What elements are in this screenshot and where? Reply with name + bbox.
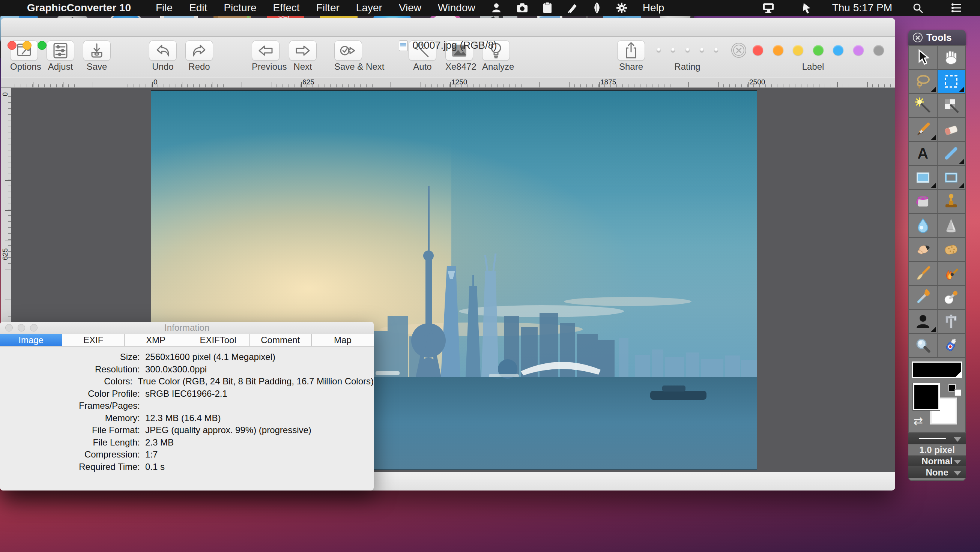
display-status-icon[interactable] (762, 3, 775, 13)
information-rows: Size:2560x1600 pixel (4.1 Megapixel) Res… (0, 346, 374, 473)
portrait-tool[interactable] (909, 310, 937, 333)
outline-rect-tool[interactable] (938, 166, 966, 189)
person-menu-icon[interactable] (491, 3, 502, 13)
menu-filter[interactable]: Filter (316, 2, 340, 14)
horizontal-ruler: 0 625 1250 1875 2500 (1, 78, 895, 88)
spotlight-icon[interactable] (912, 3, 923, 13)
undo-label: Undo (149, 62, 177, 72)
share-label: Share (617, 62, 645, 72)
smudge-finger-tool[interactable] (909, 238, 937, 261)
pointer-status-icon[interactable] (802, 2, 812, 14)
info-row-memory: Memory:12.3 MB (16.4 MB) (0, 412, 374, 425)
measure-caliper-tool[interactable] (938, 310, 966, 333)
tab-comment[interactable]: Comment (250, 334, 312, 346)
tools-palette: Tools A ⇄ (908, 30, 966, 482)
options-label: Options (10, 62, 38, 72)
chevron-down-icon (954, 437, 961, 442)
move-tool[interactable] (909, 46, 937, 69)
info-row-resolution: Resolution:300.0x300.0ppi (0, 363, 374, 376)
info-close-button[interactable] (5, 324, 13, 332)
hruler-1875: 1875 (600, 78, 616, 86)
app-menu-title[interactable]: GraphicConverter 10 (27, 2, 131, 14)
color-section: ⇄ (908, 358, 966, 433)
swap-colors-icon[interactable]: ⇄ (913, 414, 923, 428)
info-minimize-button[interactable] (18, 324, 25, 332)
filled-rect-tool[interactable] (909, 166, 937, 189)
paintbrush-tool[interactable] (909, 118, 937, 141)
blend-mode-dropdown[interactable]: Normal (908, 455, 966, 466)
transparent-wand-tool[interactable] (938, 94, 966, 117)
menu-window[interactable]: Window (438, 2, 476, 14)
tab-xmp[interactable]: XMP (124, 334, 187, 346)
information-title-bar[interactable]: Information (0, 322, 374, 334)
tab-exif[interactable]: EXIF (62, 334, 124, 346)
info-row-frames-pages: Frames/Pages: (0, 400, 374, 412)
save-label: Save (83, 62, 111, 72)
rating-label: Rating (673, 62, 701, 72)
menu-effect[interactable]: Effect (273, 2, 300, 14)
brush-preview-swatch[interactable] (912, 362, 962, 378)
previous-label: Previous (252, 62, 280, 72)
sponge-tool[interactable] (938, 238, 966, 261)
vruler-625: 625 (1, 248, 10, 260)
info-row-color-profile: Color Profile:sRGB IEC61966-2.1 (0, 388, 374, 400)
retouch-dropper-tool[interactable] (938, 286, 966, 309)
text-tool[interactable]: A (909, 142, 937, 165)
line-tool[interactable] (938, 142, 966, 165)
analyze-label: Analyze (482, 62, 510, 72)
dust-brush-tool[interactable] (909, 262, 937, 285)
info-row-compression: Compression:1:7 (0, 449, 374, 461)
document-icon (399, 41, 408, 51)
tab-map[interactable]: Map (312, 334, 374, 346)
tab-image[interactable]: Image (0, 334, 62, 346)
chevron-down-icon (954, 460, 961, 464)
stamp-tool[interactable] (938, 190, 966, 213)
eraser-tool[interactable] (938, 118, 966, 141)
effect-dropdown[interactable]: None (908, 466, 966, 478)
line-style-dropdown[interactable] (908, 433, 966, 444)
notification-center-icon[interactable] (951, 3, 962, 13)
glue-bottle-tool[interactable] (938, 334, 966, 357)
menu-layer[interactable]: Layer (356, 2, 382, 14)
camera-menu-icon[interactable] (517, 3, 528, 13)
chevron-down-icon (954, 471, 961, 476)
info-row-file-format: File Format:JPEG (quality approx. 99%) (… (0, 424, 374, 436)
paint-bucket-tool[interactable] (909, 190, 937, 213)
tools-palette-footer (908, 478, 966, 481)
knife-menu-icon[interactable] (592, 2, 601, 14)
hruler-2500: 2500 (749, 78, 765, 86)
menu-picture[interactable]: Picture (224, 2, 256, 14)
information-window: Information Image EXIF XMP EXIFTool Comm… (0, 322, 374, 490)
foreground-color-swatch[interactable] (913, 383, 940, 410)
magic-wand-tool[interactable] (909, 94, 937, 117)
default-colors-icon[interactable] (948, 384, 961, 396)
zoom-tool[interactable] (909, 334, 937, 357)
menu-file[interactable]: File (156, 2, 173, 14)
line-preview (919, 438, 946, 439)
tools-close-icon[interactable] (913, 33, 923, 42)
vruler-0: 0 (1, 92, 10, 97)
information-title: Information (164, 322, 209, 333)
sharpen-cone-tool[interactable] (938, 214, 966, 237)
rect-select-tool[interactable] (938, 70, 966, 93)
auto-label: Auto (409, 62, 436, 72)
window-title-bar[interactable] (1, 18, 895, 37)
blur-drop-tool[interactable] (909, 214, 937, 237)
tools-title-bar[interactable]: Tools (908, 30, 966, 45)
clipboard-menu-icon[interactable] (543, 2, 552, 14)
clock[interactable]: Thu 5:17 PM (832, 2, 892, 14)
info-zoom-button[interactable] (30, 324, 38, 332)
menu-help[interactable]: Help (643, 2, 665, 14)
eyedropper-tool[interactable] (909, 286, 937, 309)
foreground-background-colors: ⇄ (912, 383, 962, 428)
lasso-tool[interactable] (909, 70, 937, 93)
text-tool-glyph: A (917, 145, 928, 162)
menu-edit[interactable]: Edit (189, 2, 207, 14)
gear-menu-icon[interactable] (616, 3, 627, 13)
tab-exiftool[interactable]: EXIFTool (187, 334, 250, 346)
hruler-625: 625 (302, 78, 314, 86)
pen-menu-icon[interactable] (567, 3, 578, 13)
burn-tool[interactable] (938, 262, 966, 285)
menu-view[interactable]: View (399, 2, 422, 14)
hand-tool[interactable] (938, 46, 966, 69)
